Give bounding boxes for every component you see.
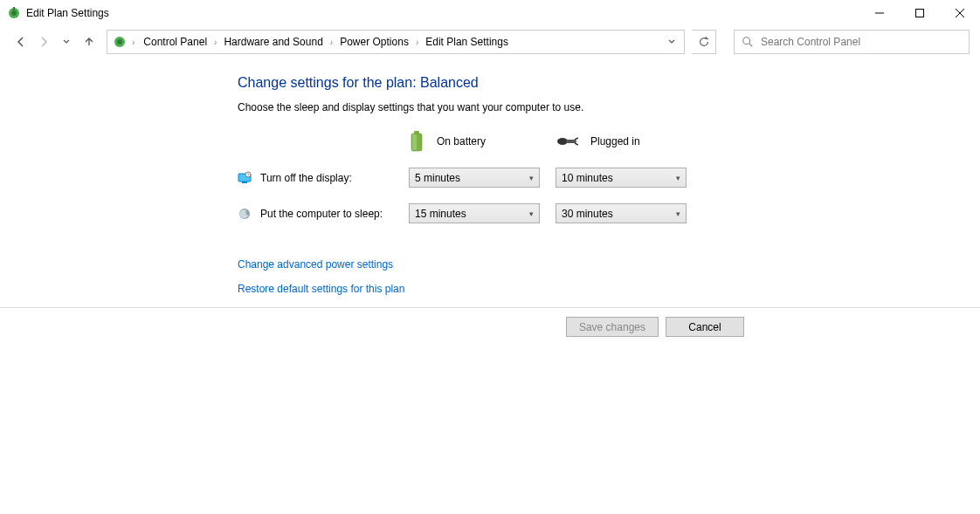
svg-point-8: [117, 39, 122, 45]
row-label-display-text: Turn off the display:: [260, 172, 352, 184]
plug-icon: [556, 134, 578, 148]
back-button[interactable]: [10, 31, 31, 52]
svg-rect-19: [242, 182, 247, 183]
svg-line-10: [749, 44, 753, 47]
dropdown-sleep-battery[interactable]: 15 minutes ▾: [409, 203, 540, 223]
maximize-button[interactable]: [900, 0, 940, 26]
dropdown-value: 15 minutes: [415, 208, 466, 220]
search-icon: [742, 36, 754, 48]
footer-buttons: Save changes Cancel: [0, 307, 980, 346]
row-label-display: Turn off the display:: [238, 171, 395, 185]
navigation-bar: › Control Panel › Hardware and Sound › P…: [0, 26, 980, 58]
app-icon: [7, 6, 21, 20]
recent-locations-button[interactable]: [56, 31, 77, 52]
link-restore-defaults[interactable]: Restore default settings for this plan: [238, 283, 980, 295]
breadcrumb: Control Panel › Hardware and Sound › Pow…: [138, 31, 661, 52]
link-advanced-settings[interactable]: Change advanced power settings: [238, 258, 980, 271]
battery-icon: [409, 131, 424, 152]
up-button[interactable]: [79, 31, 100, 52]
svg-point-9: [743, 38, 750, 45]
dropdown-value: 30 minutes: [562, 208, 613, 220]
save-button[interactable]: Save changes: [566, 317, 659, 337]
breadcrumb-item-edit-plan[interactable]: Edit Plan Settings: [420, 31, 514, 52]
content-area: Change settings for the plan: Balanced C…: [0, 58, 980, 295]
search-input[interactable]: [761, 36, 962, 48]
svg-line-16: [575, 138, 578, 140]
title-bar: Edit Plan Settings: [0, 0, 980, 26]
chevron-right-icon: ›: [328, 38, 335, 47]
row-label-sleep-text: Put the computer to sleep:: [260, 208, 383, 220]
svg-line-17: [575, 143, 578, 145]
address-dropdown-button[interactable]: [663, 38, 680, 46]
chevron-right-icon: ›: [130, 38, 136, 47]
chevron-down-icon: ▾: [676, 174, 680, 182]
column-label-plugged: Plugged in: [590, 135, 640, 147]
forward-button[interactable]: [33, 31, 54, 52]
page-heading: Change settings for the plan: Balanced: [238, 75, 980, 91]
refresh-button[interactable]: [692, 30, 716, 54]
location-icon: [111, 35, 128, 49]
column-header-plugged: Plugged in: [556, 134, 688, 148]
svg-rect-4: [916, 10, 924, 17]
close-button[interactable]: [940, 0, 980, 26]
dropdown-value: 10 minutes: [562, 172, 613, 184]
cancel-button[interactable]: Cancel: [666, 317, 744, 337]
sleep-icon: [238, 207, 252, 221]
svg-rect-11: [414, 131, 419, 134]
chevron-down-icon: ▾: [529, 174, 534, 182]
dropdown-display-battery[interactable]: 5 minutes ▾: [409, 168, 540, 188]
dropdown-display-plugged[interactable]: 10 minutes ▾: [556, 168, 687, 188]
dropdown-value: 5 minutes: [415, 172, 460, 184]
svg-rect-13: [412, 134, 417, 150]
dropdown-sleep-plugged[interactable]: 30 minutes ▾: [556, 203, 687, 223]
minimize-button[interactable]: [859, 0, 900, 26]
display-icon: [238, 171, 252, 185]
row-label-sleep: Put the computer to sleep:: [238, 207, 395, 221]
svg-rect-15: [566, 140, 576, 143]
breadcrumb-item-power[interactable]: Power Options: [335, 31, 414, 52]
column-label-battery: On battery: [437, 135, 486, 147]
chevron-right-icon: ›: [414, 38, 420, 47]
breadcrumb-item-control-panel[interactable]: Control Panel: [138, 31, 212, 52]
page-subheading: Choose the sleep and display settings th…: [238, 101, 980, 113]
breadcrumb-item-hardware[interactable]: Hardware and Sound: [218, 31, 328, 52]
chevron-down-icon: ▾: [529, 209, 534, 218]
column-header-battery: On battery: [409, 131, 542, 152]
search-box[interactable]: [734, 30, 970, 54]
svg-rect-2: [13, 7, 15, 11]
chevron-down-icon: ▾: [676, 209, 680, 218]
chevron-right-icon: ›: [212, 38, 218, 47]
window-title: Edit Plan Settings: [26, 7, 109, 19]
address-bar[interactable]: › Control Panel › Hardware and Sound › P…: [107, 30, 685, 54]
